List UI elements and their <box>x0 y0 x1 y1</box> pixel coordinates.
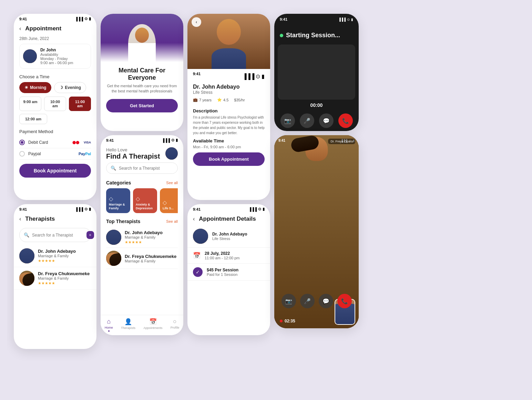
signal-icon: ▐▐▐ <box>338 18 346 21</box>
appt-price-detail: $45 Per Session Paid for 1 Session <box>207 268 238 277</box>
appt-doctor-specialty: Life Stress <box>212 237 247 241</box>
categories-see-all[interactable]: See all <box>166 181 178 185</box>
back-button[interactable]: ‹ <box>19 216 21 222</box>
signal-icon: ▐▐▐ <box>249 207 257 211</box>
therapists-list-screen: 9:41 ▐▐▐ ⊙ ▮ ‹ Therapists 🔍 ≡ <box>14 204 96 349</box>
appt-price-sub: Paid for 1 Session <box>207 272 238 277</box>
video-status-bar: 9:41 ▐▐▐ ⊙ ▮ <box>274 14 359 23</box>
categories-section: Categories See all ◇ Marriage & Family ◇… <box>101 177 183 216</box>
chat-icon-bottom: 💬 <box>323 298 329 304</box>
check-icon: ✓ <box>193 267 203 277</box>
paypal-option[interactable]: Paypal PayPal <box>19 148 91 160</box>
search-icon: 🔍 <box>111 166 116 171</box>
years-value: 7 years <box>199 98 212 102</box>
rate-stat: $35/hr <box>234 98 245 102</box>
end-call-button-bottom[interactable]: 📞 <box>337 294 352 308</box>
mic-icon: 🎤 <box>304 118 310 124</box>
top-therapist-photo-2 <box>106 251 121 266</box>
therapist-search-bar[interactable]: 🔍 ≡ <box>19 228 91 242</box>
appointment-details-screen: 9:41 ▐▐▐ ⊙ ▮ ‹ Appointment Details Dr. J… <box>187 204 270 335</box>
nav-home[interactable]: ⌂ Home <box>105 318 113 332</box>
therapists-title: Therapists <box>25 216 55 222</box>
status-icons: ▐▐▐ ⊙ ▮ <box>75 207 91 211</box>
top-therapists-see-all[interactable]: See all <box>166 219 178 223</box>
book-appointment-button[interactable]: Book Appointment <box>193 152 265 166</box>
appt-header: ‹ Appointment <box>14 22 96 35</box>
book-appointment-button[interactable]: Book Appointment <box>19 164 91 178</box>
end-call-button[interactable]: 📞 <box>338 113 353 128</box>
payment-label: Payment Method <box>14 128 96 137</box>
home-header: Hello Love Find A Therapist <box>101 144 183 162</box>
call-controls-top: 📷 🎤 💬 📞 <box>274 111 359 131</box>
doctor-name-2: Dr. Freya Chukwuemeke <box>38 271 91 276</box>
get-started-button[interactable]: Get Started <box>106 99 178 112</box>
status-bar-appt: 9:41 ▐▐▐ ⊙ ▮ <box>14 14 96 22</box>
slot-10am[interactable]: 10:00 am <box>44 97 66 111</box>
end-call-icon: 📞 <box>342 118 349 124</box>
therapists-header: ‹ Therapists <box>14 213 96 225</box>
user-avatar[interactable] <box>165 147 178 160</box>
appt-doctor-name: Dr. John Adebayo <box>212 232 247 237</box>
home-search-input[interactable] <box>119 166 173 171</box>
appt-date: 28 July, 2022 <box>205 251 240 256</box>
category-life-stress[interactable]: ◇ Life S... <box>160 188 178 213</box>
category-marriage[interactable]: ◇ Marriage & Family <box>106 188 130 213</box>
camera-icon-bottom: 📷 <box>285 298 292 304</box>
slot-11am[interactable]: 11:00 am <box>69 97 91 111</box>
appointments-nav-icon: 📅 <box>149 318 157 326</box>
top-therapist-1[interactable]: Dr. John Adebayo Marriage & Family ★★★★★ <box>106 227 178 248</box>
status-bar-profile: 9:41 <box>190 70 203 77</box>
category-anxiety[interactable]: ◇ Anxiety & Depression <box>133 188 157 213</box>
doctor-info-1: Dr. John Adebayo Marriage & Family ★★★★★ <box>38 249 91 263</box>
profile-back-button[interactable]: ‹ <box>192 17 201 27</box>
home-search-container[interactable]: 🔍 <box>106 162 178 174</box>
top-therapist-info-2: Dr. Freya Chukwuemeke Marriage & Family <box>125 254 178 263</box>
chat-button[interactable]: 💬 <box>319 113 334 128</box>
visa-logo: VISA <box>84 141 91 144</box>
video-call-time: 9:41 <box>278 139 285 142</box>
paypal-radio[interactable] <box>19 151 25 157</box>
mic-button-bottom[interactable]: 🎤 <box>300 294 315 308</box>
therapist-item-2[interactable]: Dr. Freya Chukwuemeke Marriage & Family … <box>14 267 96 290</box>
nav-therapists[interactable]: 👤 Therapists <box>121 318 135 332</box>
home-search-bar[interactable]: 🔍 <box>106 162 178 174</box>
therapist-item-1[interactable]: Dr. John Adebayo Marriage & Family ★★★★★ <box>14 245 96 267</box>
appt-date-info: 📅 28 July, 2022 11:00 am - 12:00 pm <box>187 248 270 264</box>
hero-screen: Mental Care For Everyone Get the mental … <box>101 14 183 131</box>
top-therapist-2[interactable]: Dr. Freya Chukwuemeke Marriage & Family <box>106 248 178 269</box>
back-button[interactable]: ‹ <box>19 26 21 32</box>
sun-icon: ☀ <box>24 85 28 90</box>
status-icons: ▐▐▐ ⊙ ▮ <box>162 138 178 142</box>
home-nav-icon: ⌂ <box>107 318 111 325</box>
status-bar-therapists: 9:41 ▐▐▐ ⊙ ▮ <box>14 204 96 213</box>
video-preview-top <box>278 44 355 100</box>
nav-appointments[interactable]: 📅 Appointments <box>143 318 162 332</box>
wifi-icon: ⊙ <box>84 207 88 211</box>
nav-profile[interactable]: ○ Profile <box>171 318 180 332</box>
evening-button[interactable]: ☽ Evening <box>54 82 86 93</box>
status-time: 9:41 <box>193 207 201 211</box>
chat-button-bottom[interactable]: 💬 <box>319 294 333 308</box>
moon-icon: ☽ <box>59 85 63 90</box>
slot-12am[interactable]: 12:00 am <box>19 114 47 124</box>
camera-button-bottom[interactable]: 📷 <box>282 294 296 308</box>
recording-dot <box>280 320 283 322</box>
doctor-name-overlay: Dr. Freya Opara <box>328 139 355 144</box>
slot-9am[interactable]: 9:00 am <box>19 97 41 111</box>
green-dot-icon <box>280 34 283 37</box>
home-screen: 9:41 ▐▐▐ ⊙ ▮ Hello Love Find A Therapist <box>101 135 183 335</box>
extra-slot: 12:00 am <box>14 114 96 128</box>
therapist-search-input[interactable] <box>32 233 84 238</box>
camera-button[interactable]: 📷 <box>280 113 295 128</box>
morning-button[interactable]: ☀ Morning <box>19 82 51 93</box>
back-button[interactable]: ‹ <box>193 216 195 222</box>
debit-option[interactable]: Debit Card ⬤⬤ VISA <box>19 137 91 148</box>
wifi-icon: ⊙ <box>258 207 261 211</box>
description-section: Description I'm a professional Life stre… <box>187 108 270 149</box>
status-bar-home: 9:41 ▐▐▐ ⊙ ▮ <box>101 135 183 144</box>
mic-button[interactable]: 🎤 <box>300 113 314 128</box>
signal-icon: ▐▐▐ <box>75 207 83 211</box>
debit-radio[interactable] <box>19 140 25 145</box>
filter-button[interactable]: ≡ <box>86 231 94 239</box>
category-icon-life: ◇ <box>163 199 178 206</box>
